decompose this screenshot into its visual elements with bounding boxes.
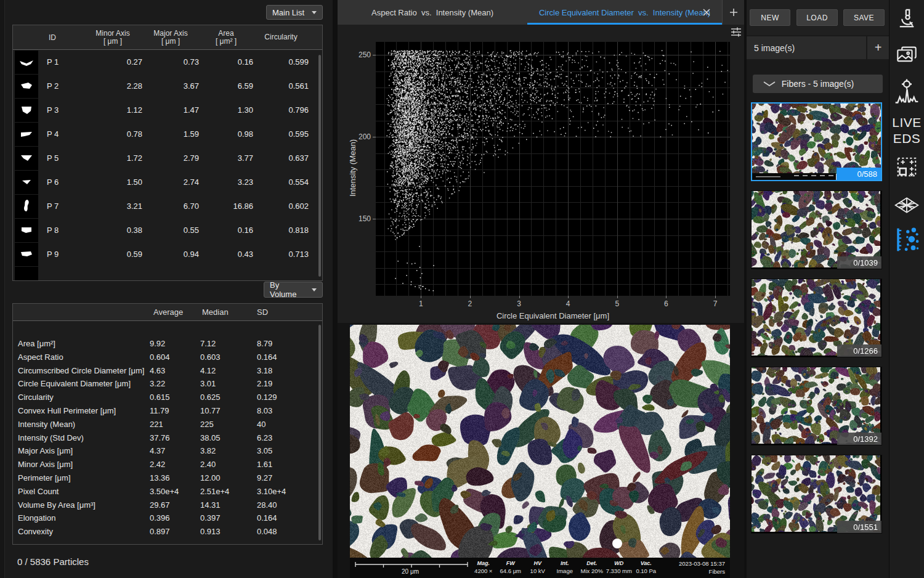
- stats-mode-dropdown[interactable]: By Volume: [264, 282, 323, 298]
- table-row[interactable]: P 73.216.7016.860.602: [13, 194, 322, 218]
- image-thumbnail[interactable]: 0/1551: [751, 455, 882, 534]
- mode-toolbar: LIVE EDS: [889, 0, 924, 578]
- particle-analysis-app: Main List ID Minor Axis[ μm ]Major Axis[…: [0, 0, 924, 578]
- new-button[interactable]: NEW: [750, 9, 790, 26]
- image-datetime: 2023-03-08 15:37: [663, 560, 725, 568]
- stat-average: 0.897: [150, 527, 170, 536]
- stat-median: 7.12: [200, 339, 216, 348]
- table-row[interactable]: P 40.781.590.980.595: [13, 122, 322, 146]
- stat-sd: 3.18: [257, 366, 272, 375]
- table-row[interactable]: P 22.283.676.590.561: [13, 74, 322, 98]
- image-thumbnail[interactable]: 0/1392: [751, 367, 882, 446]
- table-row[interactable]: P 31.121.471.300.796: [13, 98, 322, 122]
- live-eds-button[interactable]: LIVE EDS: [890, 115, 924, 147]
- images-icon[interactable]: [895, 44, 918, 68]
- metadata-field: HV10 kV: [524, 560, 551, 578]
- add-image-button[interactable]: +: [866, 36, 889, 59]
- x-tick-label: 2: [468, 299, 472, 308]
- metadata-field: WD7.330 mm: [606, 560, 633, 578]
- y-tick-mark: [373, 219, 376, 219]
- table-row[interactable]: P 51.722.793.770.637: [13, 146, 322, 170]
- stat-label: Major Axis [μm]: [18, 446, 73, 455]
- table-row[interactable]: P 80.380.550.160.818: [13, 218, 322, 242]
- image-metadata-fields: Mag.4200 ×FW64.6 μmHV10 kVInt.ImageDet.M…: [469, 558, 663, 578]
- stat-sd: 8.03: [257, 406, 272, 415]
- stat-median: 4.12: [200, 366, 216, 375]
- stat-sd: 6.23: [257, 433, 272, 442]
- stat-label: Convex Hull Perimeter [μm]: [18, 406, 116, 415]
- particle-id: P 4: [40, 129, 83, 139]
- column-header: Major Axis[ μm ]: [142, 30, 199, 46]
- caret-down-icon: [312, 11, 317, 14]
- metadata-label: Det.: [578, 560, 606, 568]
- live-eds-line1: LIVE: [890, 115, 924, 131]
- y-tick-mark: [373, 137, 376, 137]
- sem-image-panel: 20 μm Mag.4200 ×FW64.6 μmHV10 kVInt.Imag…: [338, 323, 744, 578]
- scale-bar-label: 20 μm: [350, 568, 471, 575]
- chart-settings-icon[interactable]: [729, 26, 743, 38]
- particle-shape-icon: [15, 51, 38, 74]
- stat-sd: 0.129: [257, 393, 277, 402]
- particle-size-icon[interactable]: [894, 226, 920, 256]
- scatter-plot[interactable]: [376, 42, 730, 296]
- image-thumbnail[interactable]: 0/588: [751, 102, 882, 181]
- particle-id: P 1: [40, 57, 83, 67]
- table-row[interactable]: P 10.270.730.160.599: [13, 50, 322, 74]
- image-thumbnail[interactable]: 0/1039: [751, 190, 882, 269]
- tab-aspect-ratio-vs-intensity[interactable]: Aspect Ratio vs. Intensity (Mean): [338, 0, 527, 25]
- stat-label: Minor Axis [μm]: [18, 460, 73, 469]
- stat-average: 4.37: [150, 446, 165, 455]
- list-mode-dropdown[interactable]: Main List: [266, 5, 323, 20]
- stats-row: Intensity (Mean)22122540: [13, 418, 322, 431]
- image-group-dropdown[interactable]: Fibers - 5 image(s): [753, 75, 883, 93]
- cell-minor: 0.38: [83, 226, 142, 235]
- stat-sd: 3.05: [257, 446, 272, 455]
- list-mode-label: Main List: [272, 8, 304, 17]
- eds-spectrum-icon[interactable]: [894, 78, 919, 108]
- median-column-header: Median: [202, 307, 229, 317]
- cell-minor: 2.28: [83, 81, 142, 91]
- statistics-header: Average Median SD: [13, 304, 322, 321]
- cell-circularity: 0.796: [253, 105, 309, 115]
- add-tab-button[interactable]: [723, 0, 744, 25]
- particle-id: P 6: [40, 177, 83, 187]
- stats-row: Circumscribed Circle Diameter [μm]4.634.…: [13, 364, 322, 378]
- cell-circularity: 0.554: [253, 177, 309, 187]
- stat-label: Perimeter [μm]: [18, 473, 71, 482]
- cell-area: 0.98: [199, 129, 253, 139]
- tab-ced-vs-intensity[interactable]: Circle Equivalent Diameter vs. Intensity…: [527, 0, 722, 25]
- metadata-field: Det.Mix 20%: [578, 560, 606, 578]
- stat-label: Intensity (Mean): [18, 420, 75, 429]
- cell-area: 0.16: [199, 226, 253, 235]
- microscope-icon[interactable]: [896, 7, 918, 32]
- save-button[interactable]: SAVE: [843, 9, 885, 26]
- table-row[interactable]: P 61.502.743.230.554: [13, 170, 322, 194]
- table-row[interactable]: P 90.590.940.430.713: [13, 242, 322, 266]
- stat-median: 10.77: [200, 406, 221, 415]
- project-panel: NEW LOAD SAVE 5 image(s) + Fibers - 5 im…: [747, 0, 889, 578]
- cell-circularity: 0.637: [253, 153, 309, 163]
- stats-scrollbar[interactable]: [318, 325, 321, 540]
- stat-average: 13.36: [150, 473, 170, 482]
- image-group-label: Fibers - 5 image(s): [782, 79, 854, 89]
- sd-column-header: SD: [257, 307, 268, 317]
- metadata-label: FW: [497, 560, 524, 568]
- selection-grid-icon[interactable]: [895, 155, 918, 181]
- id-column-header: ID: [40, 33, 83, 42]
- live-eds-line2: EDS: [890, 131, 924, 147]
- close-tab-icon[interactable]: [701, 7, 712, 18]
- table-row[interactable]: [13, 266, 322, 281]
- stats-mode-label: By Volume: [270, 280, 307, 299]
- sem-segmented-image[interactable]: [350, 325, 730, 558]
- chart-panel: Aspect Ratio vs. Intensity (Mean) Circle…: [338, 0, 744, 323]
- stat-average: 11.79: [150, 406, 169, 415]
- load-button[interactable]: LOAD: [796, 9, 838, 26]
- stat-median: 38.05: [200, 433, 221, 442]
- particle-shape-icon: [15, 123, 38, 146]
- stat-sd: 1.61: [257, 460, 272, 469]
- table-scrollbar[interactable]: [318, 55, 321, 277]
- mesh-3d-icon[interactable]: [894, 195, 919, 218]
- image-thumbnail[interactable]: 0/1266: [751, 279, 882, 357]
- stat-average: 4.63: [150, 366, 165, 375]
- y-tick-label: 150: [355, 214, 371, 223]
